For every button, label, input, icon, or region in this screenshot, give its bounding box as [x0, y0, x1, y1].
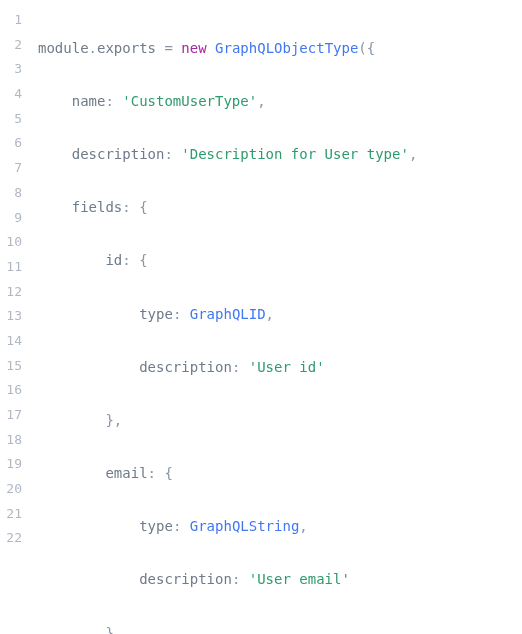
token-comma: , [266, 306, 274, 322]
token-id-key: id [105, 252, 122, 268]
token-comma: , [409, 146, 417, 162]
line-number: 5 [6, 107, 22, 132]
line-number: 13 [6, 304, 22, 329]
code-line: description: 'User email' [38, 566, 417, 593]
token-user-email-string: 'User email' [249, 571, 350, 587]
line-number: 10 [6, 230, 22, 255]
line-number: 4 [6, 82, 22, 107]
line-number: 11 [6, 255, 22, 280]
token-indent [38, 412, 105, 428]
token-indent [38, 146, 72, 162]
token-space [207, 40, 215, 56]
code-line: }, [38, 620, 417, 634]
line-number: 1 [6, 8, 22, 33]
code-line: fields: { [38, 194, 417, 221]
token-indent [38, 306, 139, 322]
token-email-key: email [105, 465, 147, 481]
token-indent [38, 465, 105, 481]
token-lbrace: { [164, 465, 172, 481]
token-indent [38, 571, 139, 587]
token-colon: : [173, 518, 190, 534]
token-colon: : [105, 93, 122, 109]
token-graphql-object-type: GraphQLObjectType [215, 40, 358, 56]
token-type-key: type [139, 306, 173, 322]
token-lbrace: { [139, 252, 147, 268]
token-colon: : [122, 199, 139, 215]
token-new: new [181, 40, 206, 56]
token-comma: , [257, 93, 265, 109]
line-number: 20 [6, 477, 22, 502]
line-number: 15 [6, 354, 22, 379]
token-comma: , [299, 518, 307, 534]
token-indent [38, 359, 139, 375]
token-description-key: description [139, 571, 232, 587]
token-equals: = [156, 40, 181, 56]
token-colon: : [148, 465, 165, 481]
line-number-gutter: 1 2 3 4 5 6 7 8 9 10 11 12 13 14 15 16 1… [0, 0, 32, 634]
token-colon: : [164, 146, 181, 162]
token-colon: : [173, 306, 190, 322]
line-number: 18 [6, 428, 22, 453]
code-line: email: { [38, 460, 417, 487]
code-line: }, [38, 407, 417, 434]
line-number: 14 [6, 329, 22, 354]
code-line: id: { [38, 247, 417, 274]
token-exports: exports [97, 40, 156, 56]
code-line: module.exports = new GraphQLObjectType({ [38, 35, 417, 62]
line-number: 3 [6, 57, 22, 82]
line-number: 6 [6, 131, 22, 156]
line-number: 12 [6, 280, 22, 305]
code-line: type: GraphQLID, [38, 301, 417, 328]
line-number: 21 [6, 502, 22, 527]
token-colon: : [232, 359, 249, 375]
token-name-key: name [72, 93, 106, 109]
line-number: 7 [6, 156, 22, 181]
token-description-key: description [139, 359, 232, 375]
token-dot: . [89, 40, 97, 56]
line-number: 22 [6, 526, 22, 551]
token-graphql-id: GraphQLID [190, 306, 266, 322]
token-rbrace-comma: }, [105, 412, 122, 428]
token-colon: : [122, 252, 139, 268]
token-description-string: 'Description for User type' [181, 146, 409, 162]
token-rbrace-comma: }, [105, 625, 122, 634]
line-number: 16 [6, 378, 22, 403]
line-number: 17 [6, 403, 22, 428]
token-open-paren-brace: ({ [358, 40, 375, 56]
code-block: module.exports = new GraphQLObjectType({… [32, 0, 429, 634]
line-number: 2 [6, 33, 22, 58]
code-line: type: GraphQLString, [38, 513, 417, 540]
token-type-key: type [139, 518, 173, 534]
token-indent [38, 199, 72, 215]
token-user-id-string: 'User id' [249, 359, 325, 375]
token-indent [38, 93, 72, 109]
token-module: module [38, 40, 89, 56]
token-lbrace: { [139, 199, 147, 215]
token-indent [38, 518, 139, 534]
token-fields-key: fields [72, 199, 123, 215]
code-line: description: 'User id' [38, 354, 417, 381]
code-line: description: 'Description for User type'… [38, 141, 417, 168]
token-custom-user-type-string: 'CustomUserType' [122, 93, 257, 109]
code-line: name: 'CustomUserType', [38, 88, 417, 115]
line-number: 9 [6, 206, 22, 231]
token-indent [38, 625, 105, 634]
token-description-key: description [72, 146, 165, 162]
token-graphql-string: GraphQLString [190, 518, 300, 534]
token-colon: : [232, 571, 249, 587]
line-number: 19 [6, 452, 22, 477]
line-number: 8 [6, 181, 22, 206]
token-indent [38, 252, 105, 268]
